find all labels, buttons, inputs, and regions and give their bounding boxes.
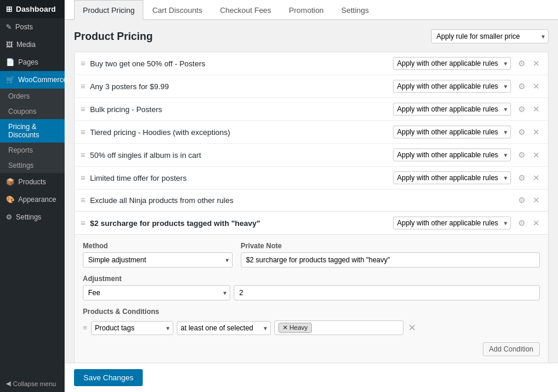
rules-container: ≡ Buy two get one 50% off - Posters Appl… [74, 52, 549, 363]
rule-actions-1: ⚙ ✕ [516, 58, 542, 69]
rule-apply-select-8[interactable]: Apply with other applicable rules [393, 217, 511, 229]
private-note-input[interactable] [241, 252, 540, 268]
rule-edit-btn-1[interactable]: ⚙ [516, 58, 528, 69]
drag-handle-4[interactable]: ≡ [80, 127, 85, 137]
rule-apply-select-4[interactable]: Apply with other applicable rules [393, 126, 511, 138]
conditions-label: Products & Conditions [83, 307, 540, 316]
rule-actions-3: ⚙ ✕ [516, 103, 542, 115]
rule-apply-wrapper-2: Apply with other applicable rules [393, 80, 511, 93]
rule-delete-btn-7[interactable]: ✕ [530, 194, 542, 206]
method-select[interactable]: Simple adjustment Percentage Fixed [83, 252, 233, 268]
rule-edit-btn-5[interactable]: ⚙ [516, 149, 528, 161]
condition-operator-select[interactable]: at least one of selected all of selected… [177, 321, 271, 335]
apply-rule-wrapper: Apply rule for smaller price Apply alway… [431, 29, 549, 43]
page-title: Product Pricing [74, 31, 153, 43]
rule-name-7: Exclude all Ninja products from other ru… [90, 196, 298, 205]
rule-row-5: ≡ 50% off singles if album is in cart Ap… [75, 144, 548, 167]
drag-handle-8[interactable]: ≡ [80, 218, 85, 228]
tab-bar: Product Pricing Cart Discounts Checkout … [65, 0, 558, 20]
pricing-discounts-label: Pricing & Discounts [8, 123, 56, 139]
rule-apply-select-6[interactable]: Apply with other applicable rules [393, 171, 511, 184]
sidebar-item-pricing-discounts[interactable]: Pricing & Discounts [0, 119, 65, 143]
tab-cart-discounts[interactable]: Cart Discounts [143, 0, 211, 20]
condition-drag-handle[interactable]: ≡ [83, 323, 88, 332]
rule-delete-btn-6[interactable]: ✕ [530, 172, 542, 184]
sidebar-item-woocommerce[interactable]: 🛒 WooCommerce [0, 71, 65, 89]
rule-name-4: Tiered pricing - Hoodies (with exception… [90, 128, 388, 137]
sidebar-item-pages[interactable]: 📄 Pages [0, 53, 65, 71]
sidebar-item-wc-settings[interactable]: Settings [0, 158, 65, 173]
add-condition-button[interactable]: Add Condition [483, 342, 540, 356]
rule-edit-btn-7[interactable]: ⚙ [516, 194, 528, 206]
tab-settings[interactable]: Settings [332, 0, 378, 20]
sidebar-item-label: Products [18, 178, 46, 186]
appearance-icon: 🎨 [6, 195, 15, 204]
collapse-menu[interactable]: ◀ Collapse menu [0, 375, 65, 392]
tab-checkout-fees[interactable]: Checkout Fees [211, 0, 280, 20]
add-condition-row: Add Condition [83, 340, 540, 356]
fee-value-input[interactable] [234, 285, 540, 300]
condition-remove-btn[interactable]: ✕ [407, 321, 417, 334]
method-select-wrapper: Simple adjustment Percentage Fixed [83, 252, 233, 268]
condition-tags[interactable]: ✕ Heavy [274, 320, 404, 335]
rule-name-8: $2 surcharge for products tagged with "h… [90, 219, 388, 228]
sidebar-item-coupons[interactable]: Coupons [0, 104, 65, 119]
fee-type-select[interactable]: Fee Discount [83, 285, 230, 300]
main-content: Product Pricing Cart Discounts Checkout … [65, 0, 558, 392]
sidebar-item-label: WooCommerce [18, 76, 67, 84]
page-header: Product Pricing Apply rule for smaller p… [74, 29, 549, 43]
rule-edit-btn-3[interactable]: ⚙ [516, 103, 528, 115]
rule-edit-btn-4[interactable]: ⚙ [516, 126, 528, 138]
drag-handle-1[interactable]: ≡ [80, 59, 85, 68]
sidebar-item-label: Pages [18, 58, 38, 66]
rule-row-2: ≡ Any 3 posters for $9.99 Apply with oth… [75, 75, 548, 98]
rule-actions-6: ⚙ ✕ [516, 172, 542, 184]
drag-handle-2[interactable]: ≡ [80, 82, 85, 91]
rule-apply-select-5[interactable]: Apply with other applicable rules [393, 148, 511, 161]
rule-row-6: ≡ Limited time offer for posters Apply w… [75, 167, 548, 190]
sidebar-dashboard[interactable]: ⊞ Dashboard [0, 0, 65, 18]
drag-handle-6[interactable]: ≡ [80, 173, 85, 183]
sidebar: ⊞ Dashboard ✎ Posts 🖼 Media 📄 Pages 🛒 Wo… [0, 0, 65, 392]
reports-label: Reports [8, 146, 33, 154]
rule-name-5: 50% off singles if album is in cart [90, 151, 388, 160]
drag-handle-5[interactable]: ≡ [80, 150, 85, 160]
tab-promotion[interactable]: Promotion [280, 0, 332, 20]
rule-row-4: ≡ Tiered pricing - Hoodies (with excepti… [75, 121, 548, 144]
woocommerce-submenu: Orders Coupons Pricing & Discounts Repor… [0, 89, 65, 173]
sidebar-item-posts[interactable]: ✎ Posts [0, 18, 65, 36]
rule-apply-select-1[interactable]: Apply with other applicable rules [393, 57, 511, 70]
rule-apply-select-3[interactable]: Apply with other applicable rules [393, 103, 511, 116]
rule-apply-wrapper-5: Apply with other applicable rules [393, 148, 511, 161]
tag-label: ✕ Heavy [283, 324, 308, 332]
collapse-label: Collapse menu [13, 380, 56, 387]
sidebar-item-settings[interactable]: ⚙ Settings [0, 208, 65, 226]
sidebar-item-appearance[interactable]: 🎨 Appearance [0, 191, 65, 208]
tab-product-pricing[interactable]: Product Pricing [74, 0, 143, 20]
rule-delete-btn-3[interactable]: ✕ [530, 103, 542, 115]
drag-handle-3[interactable]: ≡ [80, 104, 85, 114]
rule-delete-btn-8[interactable]: ✕ [530, 217, 542, 229]
condition-operator-wrapper: at least one of selected all of selected… [177, 321, 271, 335]
sidebar-item-orders[interactable]: Orders [0, 89, 65, 104]
rule-edit-btn-2[interactable]: ⚙ [516, 80, 528, 92]
sidebar-item-products[interactable]: 📦 Products [0, 173, 65, 191]
private-note-group: Private Note [241, 242, 540, 268]
drag-handle-7[interactable]: ≡ [80, 195, 85, 205]
sidebar-item-reports[interactable]: Reports [0, 143, 65, 158]
sidebar-item-media[interactable]: 🖼 Media [0, 36, 65, 53]
media-icon: 🖼 [6, 40, 13, 49]
rule-edit-btn-8[interactable]: ⚙ [516, 217, 528, 229]
rule-edit-btn-6[interactable]: ⚙ [516, 172, 528, 184]
rule-name-6: Limited time offer for posters [90, 174, 388, 183]
pages-icon: 📄 [6, 58, 15, 66]
method-row: Method Simple adjustment Percentage Fixe… [83, 242, 540, 268]
rule-delete-btn-4[interactable]: ✕ [530, 126, 542, 138]
rule-delete-btn-5[interactable]: ✕ [530, 149, 542, 161]
apply-rule-select[interactable]: Apply rule for smaller price Apply alway… [431, 29, 549, 43]
save-changes-button[interactable]: Save Changes [74, 369, 143, 386]
rule-delete-btn-2[interactable]: ✕ [530, 80, 542, 92]
rule-delete-btn-1[interactable]: ✕ [530, 58, 542, 69]
condition-type-select[interactable]: Product tags Product categories Product … [91, 321, 173, 335]
rule-apply-select-2[interactable]: Apply with other applicable rules [393, 80, 511, 93]
